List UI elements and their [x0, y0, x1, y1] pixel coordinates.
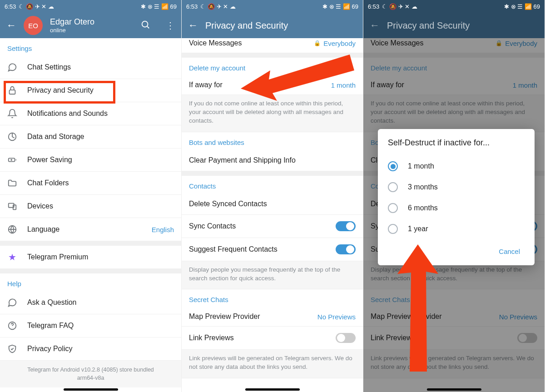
radio-icon — [388, 182, 398, 192]
panel-privacy-dialog: 6:53 ☾ 🔕 ✈ ✕ ☁ ✱ ⊗ ☰ 📶 69 ← Privacy and … — [363, 0, 545, 392]
profile-status: online — [50, 27, 125, 34]
cancel-button[interactable]: Cancel — [494, 244, 525, 259]
row-faq[interactable]: Telegram FAQ — [0, 314, 181, 337]
star-icon: ★ — [7, 252, 17, 262]
home-indicator — [427, 388, 481, 391]
section-bots: Bots and websites — [182, 132, 363, 150]
dialog-title: Self-Destruct if inactive for... — [388, 138, 525, 148]
status-left-icons: ☾ 🔕 ✈ ✕ ☁ — [200, 3, 235, 10]
search-icon[interactable] — [140, 20, 150, 32]
battery-icon — [7, 155, 17, 165]
row-language[interactable]: Language English — [0, 218, 181, 241]
chat-icon — [7, 62, 17, 72]
row-ask-question[interactable]: Ask a Question — [0, 291, 181, 314]
svg-rect-2 — [10, 90, 15, 94]
section-help: Help — [0, 273, 181, 291]
page-title: Privacy and Security — [205, 20, 357, 31]
page-title: Privacy and Security — [387, 20, 538, 31]
link-hint: Link previews will be generated on Teleg… — [182, 350, 363, 378]
avatar[interactable]: EO — [24, 16, 43, 35]
section-secret-chats: Secret Chats — [182, 289, 363, 307]
status-time: 6:53 — [5, 3, 16, 10]
status-left-icons: ☾ 🔕 ✈ ✕ ☁ — [19, 3, 54, 10]
shield-icon — [7, 344, 17, 354]
radio-icon — [388, 224, 398, 234]
status-right-icons: ✱ ⊗ ☰ 📶 69 — [504, 3, 540, 10]
version-footer: Telegram for Android v10.2.8 (4085) stor… — [0, 361, 181, 387]
row-link-previews[interactable]: Link Previews — [182, 327, 363, 350]
chat-icon — [7, 298, 17, 308]
radio-icon — [388, 161, 398, 171]
map-value: No Previews — [317, 313, 356, 321]
row-premium[interactable]: ★ Telegram Premium — [0, 246, 181, 269]
row-privacy-security[interactable]: Privacy and Security — [0, 79, 181, 102]
row-voice-messages[interactable]: Voice Messages 🔒Everybody — [182, 34, 363, 53]
row-chat-settings[interactable]: Chat Settings — [0, 56, 181, 79]
panel-settings: 6:53 ☾ 🔕 ✈ ✕ ☁ ✱ ⊗ ☰ 📶 69 ← EO Edgar Ote… — [0, 0, 182, 392]
row-map-provider[interactable]: Map Preview Provider No Previews — [182, 307, 363, 327]
radio-1-month[interactable]: 1 month — [388, 156, 525, 177]
status-right-icons: ✱ ⊗ ☰ 📶 69 — [141, 3, 177, 10]
radio-3-months[interactable]: 3 months — [388, 177, 525, 198]
status-right-icons: ✱ ⊗ ☰ 📶 69 — [322, 3, 358, 10]
home-indicator — [245, 388, 300, 391]
toggle-suggest-contacts[interactable] — [336, 244, 356, 254]
svg-marker-14 — [241, 55, 354, 101]
lock-icon: 🔒 — [314, 40, 321, 46]
status-bar: 6:53 ☾ 🔕 ✈ ✕ ☁ ✱ ⊗ ☰ 📶 69 — [363, 0, 545, 13]
back-arrow-icon[interactable]: ← — [188, 20, 198, 31]
annotation-arrow — [395, 244, 441, 372]
home-indicator — [64, 388, 118, 391]
devices-icon — [7, 201, 17, 211]
row-delete-synced[interactable]: Delete Synced Contacts — [182, 194, 363, 215]
status-bar: 6:53 ☾ 🔕 ✈ ✕ ☁ ✱ ⊗ ☰ 📶 69 — [0, 0, 181, 13]
toggle-sync-contacts[interactable] — [336, 221, 356, 231]
row-data-storage[interactable]: Data and Storage — [0, 125, 181, 149]
panel-privacy-settings: 6:53 ☾ 🔕 ✈ ✕ ☁ ✱ ⊗ ☰ 📶 69 ← Privacy and … — [182, 0, 363, 392]
data-icon — [7, 132, 17, 142]
radio-1-year[interactable]: 1 year — [388, 218, 525, 239]
back-arrow-icon[interactable]: ← — [370, 20, 380, 31]
suggest-hint: Display people you message frequently at… — [182, 261, 363, 290]
back-arrow-icon[interactable]: ← — [6, 20, 16, 31]
svg-line-1 — [147, 26, 149, 28]
folder-icon — [7, 178, 17, 188]
settings-header: ← EO Edgar Otero online ⋮ — [0, 13, 181, 38]
profile-name: Edgar Otero — [50, 17, 125, 27]
globe-icon — [7, 224, 17, 234]
row-suggest-contacts[interactable]: Suggest Frequent Contacts — [182, 238, 363, 261]
help-icon — [7, 321, 17, 331]
toggle-link-previews[interactable] — [336, 333, 356, 343]
status-left-icons: ☾ 🔕 ✈ ✕ ☁ — [382, 3, 417, 10]
row-privacy-policy[interactable]: Privacy Policy — [0, 337, 181, 361]
lock-icon — [7, 85, 17, 95]
row-sync-contacts[interactable]: Sync Contacts — [182, 215, 363, 238]
annotation-arrow — [241, 55, 354, 104]
status-time: 6:53 — [368, 3, 379, 10]
more-icon[interactable]: ⋮ — [166, 20, 175, 31]
section-settings: Settings — [0, 38, 181, 56]
section-contacts: Contacts — [182, 176, 363, 194]
row-notifications[interactable]: Notifications and Sounds — [0, 102, 181, 125]
row-power-saving[interactable]: Power Saving — [0, 149, 181, 172]
status-time: 6:53 — [186, 3, 198, 10]
row-devices[interactable]: Devices — [0, 195, 181, 218]
bell-icon — [7, 109, 17, 119]
radio-6-months[interactable]: 6 months — [388, 198, 525, 218]
row-clear-payment[interactable]: Clear Payment and Shipping Info — [182, 150, 363, 171]
language-value: English — [152, 226, 174, 233]
status-bar: 6:53 ☾ 🔕 ✈ ✕ ☁ ✱ ⊗ ☰ 📶 69 — [182, 0, 363, 13]
svg-marker-15 — [397, 244, 438, 372]
svg-point-0 — [142, 21, 148, 27]
radio-icon — [388, 203, 398, 213]
row-chat-folders[interactable]: Chat Folders — [0, 172, 181, 195]
